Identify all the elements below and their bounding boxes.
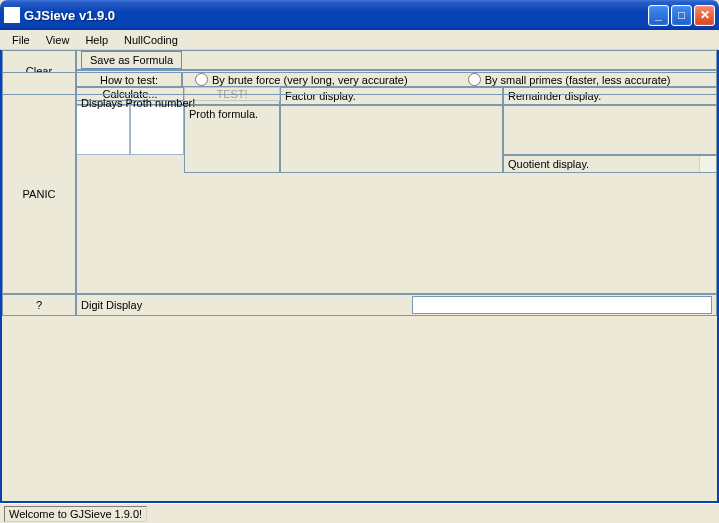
radio-small-primes[interactable]: By small primes (faster, less accurate) <box>468 73 671 86</box>
factor-display-box <box>280 105 503 173</box>
quotient-display-box: Quotient display. <box>503 155 717 173</box>
panic-button[interactable]: PANIC <box>2 94 76 294</box>
minimize-button[interactable]: _ <box>648 5 669 26</box>
menu-bar: File View Help NullCoding <box>0 30 719 50</box>
title-bar: GJSieve v1.9.0 _ □ ✕ <box>0 0 719 30</box>
how-to-test-label: How to test: <box>76 72 182 87</box>
save-as-formula-button[interactable]: Save as Formula <box>81 51 182 69</box>
menu-view[interactable]: View <box>38 32 78 48</box>
remainder-display-box <box>503 105 717 155</box>
close-button[interactable]: ✕ <box>694 5 715 26</box>
digit-display-area: Digit Display <box>76 294 717 316</box>
window-title: GJSieve v1.9.0 <box>24 8 648 23</box>
radio-primes-input[interactable] <box>468 73 481 86</box>
help-button[interactable]: ? <box>2 294 76 316</box>
status-bar: Welcome to GJSieve 1.9.0! <box>0 503 719 523</box>
digit-display-input[interactable] <box>412 296 712 314</box>
status-welcome: Welcome to GJSieve 1.9.0! <box>4 506 147 522</box>
maximize-button[interactable]: □ <box>671 5 692 26</box>
menu-nullcoding[interactable]: NullCoding <box>116 32 186 48</box>
menu-help[interactable]: Help <box>77 32 116 48</box>
radio-brute-input[interactable] <box>195 73 208 86</box>
client-area: Clear Save as Formula Running onIntel(R)… <box>0 50 719 503</box>
app-icon <box>4 7 20 23</box>
menu-file[interactable]: File <box>4 32 38 48</box>
window-controls: _ □ ✕ <box>648 5 715 26</box>
radio-brute-force[interactable]: By brute force (very long, very accurate… <box>195 73 408 86</box>
